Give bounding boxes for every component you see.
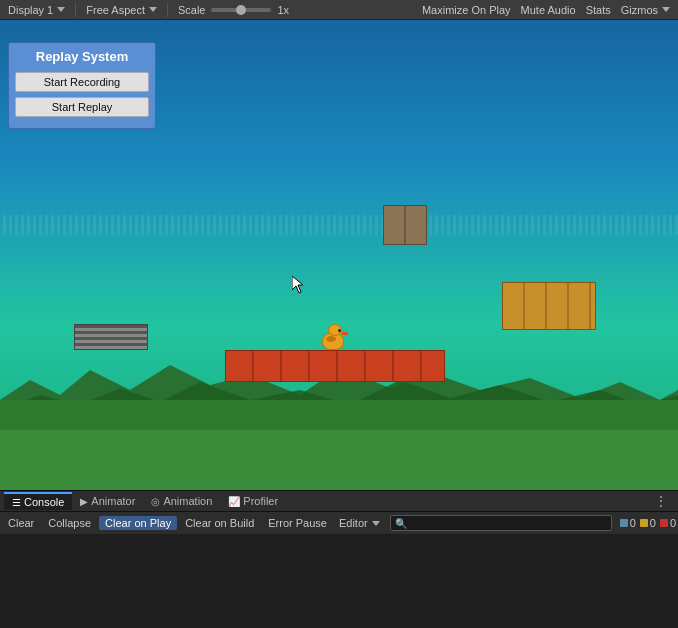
message-dot-icon — [620, 519, 628, 527]
console-icon: ☰ — [12, 497, 21, 508]
tab-animation[interactable]: ◎ Animation — [143, 493, 220, 509]
tab-menu-button[interactable]: ⋮ — [648, 491, 674, 511]
editor-dropdown[interactable]: Editor — [335, 516, 384, 530]
animator-tab-label: Animator — [91, 495, 135, 507]
animator-icon: ▶ — [80, 496, 88, 507]
brick-platform — [225, 350, 445, 382]
scale-control[interactable]: Scale 1x — [174, 3, 293, 17]
profiler-tab-label: Profiler — [243, 495, 278, 507]
start-recording-button[interactable]: Start Recording — [15, 72, 149, 92]
gizmos-label: Gizmos — [621, 4, 658, 16]
animation-icon: ◎ — [151, 496, 160, 507]
clear-on-play-button[interactable]: Clear on Play — [99, 516, 177, 530]
aspect-chevron-icon — [149, 7, 157, 12]
duck-eye — [338, 329, 341, 332]
mute-audio-btn[interactable]: Mute Audio — [517, 3, 580, 17]
display-chevron-icon — [57, 7, 65, 12]
start-replay-button[interactable]: Start Replay — [15, 97, 149, 117]
svg-marker-2 — [292, 276, 303, 293]
message-badge[interactable]: 0 — [620, 517, 636, 529]
scale-thumb — [236, 5, 246, 15]
profiler-icon: 📈 — [228, 496, 240, 507]
scale-label: Scale — [178, 4, 206, 16]
display-label: Display 1 — [8, 4, 53, 16]
search-input[interactable] — [410, 517, 607, 529]
top-bar-right: Maximize On Play Mute Audio Stats Gizmos — [418, 3, 674, 17]
aspect-selector[interactable]: Free Aspect — [82, 3, 161, 17]
search-icon: 🔍 — [395, 518, 407, 529]
animation-tab-label: Animation — [163, 495, 212, 507]
warning-count: 0 — [650, 517, 656, 529]
duck-wing — [326, 336, 336, 342]
ground-top — [0, 400, 678, 430]
warning-dot-icon — [640, 519, 648, 527]
error-count: 0 — [670, 517, 676, 529]
bottom-tabs: ☰ Console ▶ Animator ◎ Animation 📈 Profi… — [0, 490, 678, 512]
scale-slider[interactable] — [211, 8, 271, 12]
status-badges: 0 0 0 — [620, 517, 676, 529]
brick-block-right — [502, 282, 596, 330]
tab-profiler[interactable]: 📈 Profiler — [220, 493, 286, 509]
tab-console[interactable]: ☰ Console — [4, 492, 72, 510]
stats-btn[interactable]: Stats — [582, 3, 615, 17]
gizmos-btn[interactable]: Gizmos — [617, 3, 674, 17]
gizmos-chevron-icon — [662, 7, 670, 12]
replay-panel: Replay System Start Recording Start Repl… — [8, 42, 156, 129]
mouse-cursor-icon — [292, 276, 304, 294]
mute-audio-label: Mute Audio — [521, 4, 576, 16]
search-box[interactable]: 🔍 — [390, 515, 612, 531]
separator-1 — [75, 3, 76, 17]
platform-left — [74, 324, 148, 350]
message-count: 0 — [630, 517, 636, 529]
duck-character — [320, 322, 348, 350]
separator-2 — [167, 3, 168, 17]
error-pause-button[interactable]: Error Pause — [262, 516, 333, 530]
top-bar: Display 1 Free Aspect Scale 1x Maximize … — [0, 0, 678, 20]
warning-badge[interactable]: 0 — [640, 517, 656, 529]
scale-value: 1x — [277, 4, 289, 16]
replay-panel-title: Replay System — [15, 49, 149, 64]
console-tab-label: Console — [24, 496, 64, 508]
maximize-on-play-label: Maximize On Play — [422, 4, 511, 16]
clear-button[interactable]: Clear — [2, 516, 40, 530]
wave-lines — [0, 215, 678, 235]
brick-block-top — [383, 205, 427, 245]
editor-chevron-icon — [372, 521, 380, 526]
maximize-on-play-btn[interactable]: Maximize On Play — [418, 3, 515, 17]
editor-label: Editor — [339, 517, 368, 529]
display-selector[interactable]: Display 1 — [4, 3, 69, 17]
error-badge[interactable]: 0 — [660, 517, 676, 529]
tab-animator[interactable]: ▶ Animator — [72, 493, 143, 509]
duck-beak — [342, 332, 348, 335]
collapse-button[interactable]: Collapse — [42, 516, 97, 530]
stats-label: Stats — [586, 4, 611, 16]
clear-on-build-button[interactable]: Clear on Build — [179, 516, 260, 530]
error-dot-icon — [660, 519, 668, 527]
game-view: Replay System Start Recording Start Repl… — [0, 20, 678, 490]
aspect-label: Free Aspect — [86, 4, 145, 16]
bottom-toolbar: Clear Collapse Clear on Play Clear on Bu… — [0, 512, 678, 534]
